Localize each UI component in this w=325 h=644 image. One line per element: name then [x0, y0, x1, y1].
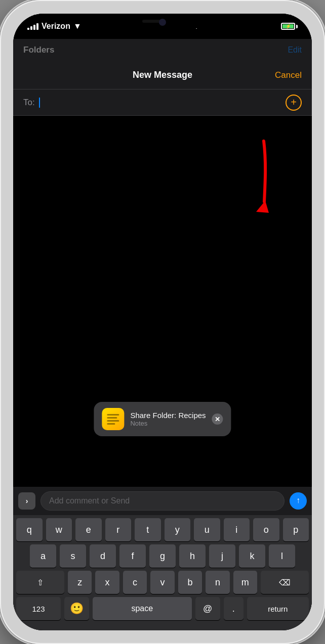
- compose-area[interactable]: Share Folder: Recipes Notes ✕: [13, 116, 312, 487]
- new-message-header: New Message Cancel: [13, 61, 312, 89]
- key-h[interactable]: h: [179, 544, 206, 568]
- wifi-icon: ▼: [73, 22, 82, 31]
- battery-body: ⚡: [281, 23, 295, 30]
- message-input-field[interactable]: Add comment or Send: [40, 491, 285, 511]
- return-key[interactable]: return: [247, 597, 309, 620]
- key-f[interactable]: f: [119, 544, 146, 568]
- key-g[interactable]: g: [149, 544, 176, 568]
- key-u[interactable]: u: [194, 518, 220, 541]
- to-input[interactable]: [39, 97, 40, 108]
- key-a[interactable]: a: [30, 544, 56, 568]
- phone-frame: Verizon ▼ 1:41 PM ⚡ Folders: [0, 0, 325, 644]
- signal-bar-1: [27, 28, 29, 30]
- notes-line-3: [107, 420, 119, 422]
- phone-screen: Verizon ▼ 1:41 PM ⚡ Folders: [13, 14, 312, 630]
- expand-button[interactable]: ›: [18, 492, 35, 510]
- close-icon: ✕: [215, 416, 220, 423]
- input-bar: › Add comment or Send ↑: [13, 487, 312, 515]
- key-j[interactable]: j: [209, 544, 235, 568]
- notes-app-icon: [102, 408, 124, 430]
- red-arrow-svg: [241, 136, 271, 217]
- key-p[interactable]: p: [283, 518, 309, 541]
- key-n[interactable]: n: [206, 571, 229, 594]
- key-k[interactable]: k: [239, 544, 265, 568]
- add-contact-button[interactable]: +: [286, 95, 302, 111]
- notes-line-2: [107, 417, 117, 419]
- camera-sensor: [159, 19, 166, 26]
- chevron-right-icon: ›: [26, 497, 28, 505]
- carrier-label: Verizon: [42, 22, 70, 31]
- signal-bar-3: [33, 25, 35, 30]
- cancel-button[interactable]: Cancel: [275, 70, 302, 80]
- signal-bar-2: [30, 26, 32, 30]
- keyboard-row-3: ⇧ z x c v b n m ⌫: [13, 568, 312, 594]
- mail-edit-button[interactable]: Edit: [288, 45, 302, 55]
- key-x[interactable]: x: [95, 571, 119, 594]
- screen: Verizon ▼ 1:41 PM ⚡ Folders: [13, 14, 312, 630]
- remove-attachment-button[interactable]: ✕: [212, 413, 223, 425]
- key-z[interactable]: z: [68, 571, 92, 594]
- key-t[interactable]: t: [135, 518, 161, 541]
- plus-icon: +: [291, 97, 297, 108]
- battery-indicator: ⚡: [281, 23, 298, 30]
- keyboard-row-1: q w e r t y u i o p: [13, 515, 312, 541]
- keyboard-row-4: 123 🙂 space @ . return: [13, 594, 312, 630]
- attachment-info: Share Folder: Recipes Notes: [130, 411, 206, 427]
- text-cursor: [39, 98, 40, 108]
- mail-background-bar: Folders Edit: [13, 39, 312, 61]
- notes-line-4: [107, 423, 115, 425]
- key-l[interactable]: l: [269, 544, 295, 568]
- to-label: To:: [23, 98, 35, 108]
- key-s[interactable]: s: [60, 544, 86, 568]
- to-field[interactable]: To: +: [13, 89, 312, 116]
- period-key[interactable]: .: [224, 597, 243, 620]
- attachment-bubble: Share Folder: Recipes Notes ✕: [94, 402, 231, 436]
- notch: [122, 14, 203, 30]
- key-y[interactable]: y: [165, 518, 191, 541]
- battery-tip: [296, 25, 298, 28]
- signal-bars: [27, 23, 38, 30]
- attachment-title: Share Folder: Recipes: [130, 411, 206, 420]
- key-d[interactable]: d: [90, 544, 116, 568]
- send-arrow-icon: ↑: [296, 496, 300, 505]
- emoji-key[interactable]: 🙂: [64, 597, 89, 620]
- key-r[interactable]: r: [105, 518, 132, 541]
- key-i[interactable]: i: [224, 518, 250, 541]
- key-w[interactable]: w: [46, 518, 72, 541]
- key-e[interactable]: e: [75, 518, 102, 541]
- send-button[interactable]: ↑: [290, 492, 307, 510]
- key-v[interactable]: v: [150, 571, 174, 594]
- attachment-subtitle: Notes: [130, 420, 206, 427]
- space-key[interactable]: space: [93, 597, 192, 620]
- key-q[interactable]: q: [16, 518, 43, 541]
- status-left: Verizon ▼: [27, 22, 82, 31]
- shift-key[interactable]: ⇧: [16, 571, 64, 594]
- signal-bar-4: [36, 23, 38, 30]
- key-b[interactable]: b: [178, 571, 202, 594]
- key-o[interactable]: o: [253, 518, 279, 541]
- notes-icon-lines: [107, 414, 119, 425]
- keyboard-row-2: a s d f g h j k l: [13, 541, 312, 568]
- key-m[interactable]: m: [233, 571, 257, 594]
- notes-line-1: [107, 414, 119, 416]
- keyboard: q w e r t y u i o p a s d f g: [13, 515, 312, 630]
- svg-marker-0: [256, 201, 269, 213]
- input-placeholder: Add comment or Send: [49, 496, 130, 505]
- numbers-key[interactable]: 123: [16, 597, 61, 620]
- key-c[interactable]: c: [123, 571, 147, 594]
- annotation-arrow: [241, 136, 271, 219]
- backspace-key[interactable]: ⌫: [261, 571, 309, 594]
- new-message-title: New Message: [133, 70, 192, 80]
- status-right: ⚡: [281, 23, 298, 30]
- mail-folders-title: Folders: [23, 45, 54, 55]
- charging-icon: ⚡: [286, 24, 291, 29]
- at-key[interactable]: @: [195, 597, 220, 620]
